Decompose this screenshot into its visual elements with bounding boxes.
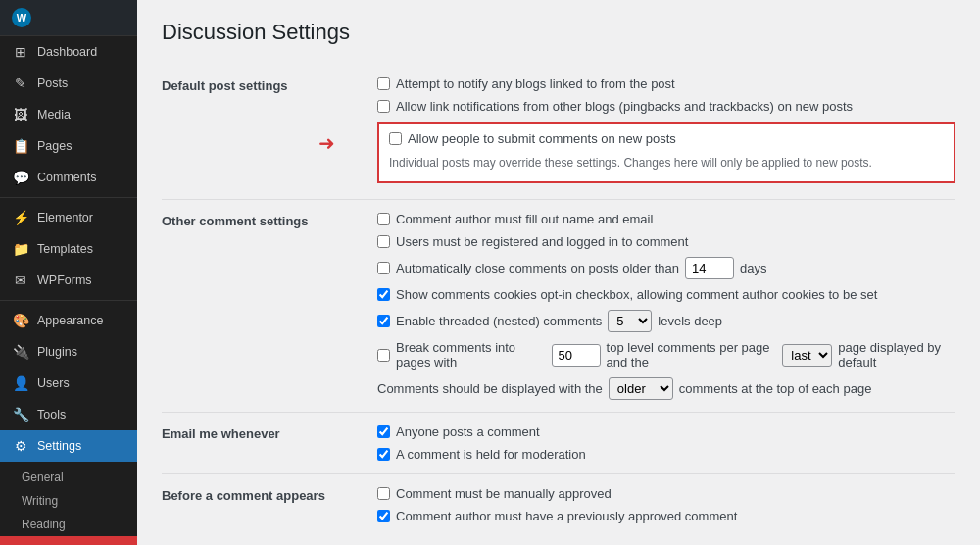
auto-close-days-input[interactable] [685, 257, 734, 279]
subnav-discussion[interactable]: Discussion [0, 536, 137, 545]
break-pages-line: Break comments into pages with top level… [377, 340, 956, 370]
wpforms-icon: ✉ [12, 272, 29, 289]
users-icon: 👤 [12, 374, 29, 392]
auto-close-label: Automatically close comments on posts ol… [396, 261, 679, 275]
allow-comments-line: Allow people to submit comments on new p… [389, 131, 944, 146]
other-comment-settings-label: Other comment settings [162, 212, 358, 228]
sidebar-item-label: Pages [37, 139, 72, 153]
posts-icon: ✎ [12, 74, 29, 92]
break-pages-select[interactable]: lastfirst [782, 344, 832, 367]
author-fill-out-label: Comment author must fill out name and em… [396, 212, 653, 226]
settings-icon: ⚙ [12, 437, 29, 455]
pages-icon: 📋 [12, 137, 29, 155]
default-post-settings-row: Default post settings Attempt to notify … [162, 65, 956, 199]
allow-comments-container: ➜ Allow people to submit comments on new… [377, 122, 956, 183]
manually-approved-checkbox[interactable] [377, 487, 390, 500]
sidebar-item-label: Posts [37, 76, 68, 90]
email-whenever-label: Email me whenever [162, 424, 358, 441]
before-comment-label: Before a comment appears [162, 486, 358, 503]
sidebar-item-elementor[interactable]: ⚡ Elementor [0, 202, 137, 233]
sidebar-item-label: Users [37, 376, 70, 390]
author-fill-out-checkbox[interactable] [377, 213, 390, 225]
display-order-select[interactable]: oldernewer [609, 377, 673, 400]
default-post-note: Individual posts may override these sett… [389, 152, 944, 173]
sidebar-item-label: Tools [37, 408, 66, 421]
sidebar-item-comments[interactable]: 💬 Comments [0, 162, 137, 193]
held-moderation-line: A comment is held for moderation [377, 447, 956, 462]
subnav-general[interactable]: General [0, 466, 137, 489]
before-comment-row: Before a comment appears Comment must be… [162, 473, 956, 535]
allow-pingbacks-checkbox[interactable] [377, 100, 390, 113]
break-pages-checkbox[interactable] [377, 349, 390, 362]
anyone-posts-checkbox[interactable] [377, 425, 390, 438]
held-moderation-label: A comment is held for moderation [396, 447, 586, 462]
sidebar-item-tools[interactable]: 🔧 Tools [0, 399, 137, 430]
break-pages-label: Break comments into pages with [396, 340, 546, 370]
sidebar-item-label: Templates [37, 242, 93, 256]
threaded-comments-suffix: levels deep [658, 314, 722, 328]
threaded-comments-line: Enable threaded (nested) comments 123456… [377, 310, 956, 332]
sidebar-item-appearance[interactable]: 🎨 Appearance [0, 305, 137, 336]
display-order-suffix: comments at the top of each page [679, 381, 872, 396]
settings-subnav: General Writing Reading Discussion Media… [0, 466, 137, 545]
sidebar-item-plugins[interactable]: 🔌 Plugins [0, 336, 137, 368]
sidebar-item-users[interactable]: 👤 Users [0, 368, 137, 399]
sidebar-item-settings[interactable]: ⚙ Settings [0, 430, 137, 462]
site-header: W [0, 0, 137, 36]
allow-pingbacks-line: Allow link notifications from other blog… [377, 99, 956, 114]
break-pages-input[interactable] [552, 344, 601, 367]
tools-icon: 🔧 [12, 406, 29, 423]
before-comment-content: Comment must be manually approved Commen… [377, 486, 956, 523]
registered-logged-in-line: Users must be registered and logged in t… [377, 234, 956, 249]
nav-separator-2 [0, 300, 137, 301]
templates-icon: 📁 [12, 240, 29, 258]
settings-form: Default post settings Attempt to notify … [162, 65, 956, 535]
notify-blogs-checkbox[interactable] [377, 77, 390, 90]
auto-close-line: Automatically close comments on posts ol… [377, 257, 956, 279]
auto-close-checkbox[interactable] [377, 262, 390, 274]
allow-pingbacks-label: Allow link notifications from other blog… [396, 99, 853, 114]
wp-logo: W [12, 8, 31, 27]
threaded-comments-select[interactable]: 12345678910 [608, 310, 652, 332]
sidebar-item-dashboard[interactable]: ⊞ Dashboard [0, 36, 137, 68]
display-order-prefix: Comments should be displayed with the [377, 381, 603, 396]
sidebar-item-label: Dashboard [37, 45, 97, 59]
threaded-comments-checkbox[interactable] [377, 315, 390, 327]
auto-close-suffix: days [740, 261, 766, 275]
allow-comments-highlighted: Allow people to submit comments on new p… [377, 122, 956, 183]
other-comment-settings-content: Comment author must fill out name and em… [377, 212, 956, 400]
previously-approved-checkbox[interactable] [377, 510, 390, 522]
manually-approved-label: Comment must be manually approved [396, 486, 612, 501]
subnav-writing[interactable]: Writing [0, 489, 137, 513]
break-pages-suffix: page displayed by default [838, 340, 956, 370]
sidebar: W ⊞ Dashboard ✎ Posts 🖼 Media 📋 Pages 💬 … [0, 0, 137, 545]
sidebar-item-wpforms[interactable]: ✉ WPForms [0, 265, 137, 296]
registered-logged-in-checkbox[interactable] [377, 235, 390, 248]
red-arrow-comments: ➜ [318, 131, 335, 155]
allow-comments-label: Allow people to submit comments on new p… [408, 131, 676, 146]
held-moderation-checkbox[interactable] [377, 448, 390, 461]
sidebar-item-pages[interactable]: 📋 Pages [0, 130, 137, 162]
nav-separator [0, 197, 137, 198]
notify-blogs-line: Attempt to notify any blogs linked to fr… [377, 76, 956, 91]
email-whenever-row: Email me whenever Anyone posts a comment… [162, 412, 956, 473]
sidebar-item-media[interactable]: 🖼 Media [0, 99, 137, 130]
display-order-line: Comments should be displayed with the ol… [377, 377, 956, 400]
page-title: Discussion Settings [162, 20, 956, 45]
elementor-icon: ⚡ [12, 209, 29, 226]
cookies-opt-in-checkbox[interactable] [377, 288, 390, 301]
subnav-reading[interactable]: Reading [0, 513, 137, 536]
sidebar-item-templates[interactable]: 📁 Templates [0, 233, 137, 265]
notify-blogs-label: Attempt to notify any blogs linked to fr… [396, 76, 675, 91]
break-pages-mid: top level comments per page and the [607, 340, 777, 370]
media-icon: 🖼 [12, 106, 29, 124]
anyone-posts-label: Anyone posts a comment [396, 424, 540, 439]
sidebar-item-label: Elementor [37, 211, 93, 224]
allow-comments-checkbox[interactable] [389, 132, 402, 145]
appearance-icon: 🎨 [12, 312, 29, 329]
subnav-writing-label: Writing [22, 494, 58, 508]
sidebar-item-label: Settings [37, 439, 81, 453]
previously-approved-label: Comment author must have a previously ap… [396, 509, 737, 523]
sidebar-item-posts[interactable]: ✎ Posts [0, 68, 137, 99]
threaded-comments-label: Enable threaded (nested) comments [396, 314, 602, 328]
